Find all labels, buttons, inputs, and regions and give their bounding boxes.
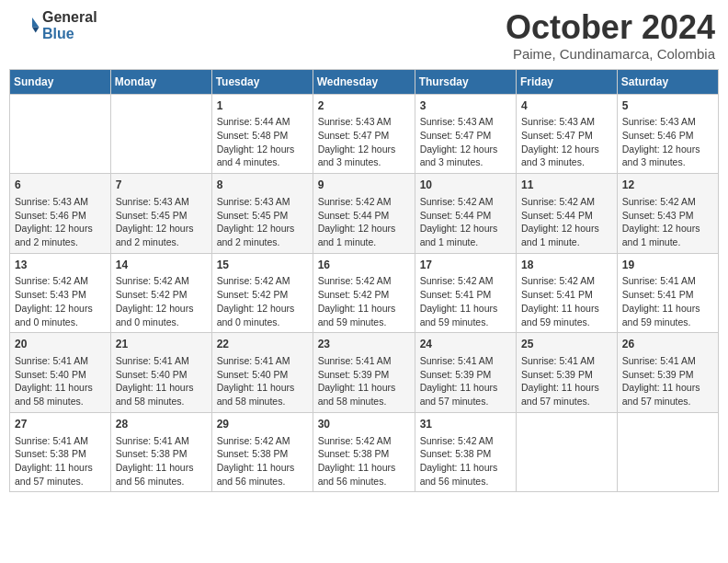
- daylight-text: Daylight: 11 hours and 59 minutes.: [521, 303, 599, 327]
- daylight-text: Daylight: 11 hours and 57 minutes.: [622, 382, 700, 407]
- day-number: 31: [420, 417, 511, 432]
- sunset-text: Sunset: 5:38 PM: [420, 448, 492, 459]
- daylight-text: Daylight: 11 hours and 58 minutes.: [15, 382, 93, 407]
- day-number: 4: [521, 98, 612, 114]
- calendar-cell: 9Sunrise: 5:42 AMSunset: 5:44 PMDaylight…: [313, 174, 415, 254]
- sunrise-text: Sunrise: 5:42 AM: [420, 275, 494, 286]
- sunset-text: Sunset: 5:46 PM: [622, 130, 694, 141]
- sunset-text: Sunset: 5:45 PM: [116, 210, 188, 221]
- calendar-cell: 4Sunrise: 5:43 AMSunset: 5:47 PMDaylight…: [517, 94, 618, 174]
- sunset-text: Sunset: 5:43 PM: [622, 210, 694, 221]
- sunrise-text: Sunrise: 5:43 AM: [217, 196, 290, 207]
- daylight-text: Daylight: 12 hours and 2 minutes.: [217, 223, 295, 247]
- calendar-cell: 14Sunrise: 5:42 AMSunset: 5:42 PMDayligh…: [110, 253, 211, 333]
- sunrise-text: Sunrise: 5:41 AM: [116, 355, 189, 366]
- day-number: 17: [420, 258, 511, 273]
- daylight-text: Daylight: 11 hours and 59 minutes.: [622, 303, 700, 327]
- day-number: 25: [521, 337, 612, 352]
- svg-marker-0: [32, 17, 40, 28]
- sunrise-text: Sunrise: 5:44 AM: [217, 116, 290, 127]
- sunrise-text: Sunrise: 5:42 AM: [116, 275, 189, 286]
- sunrise-text: Sunrise: 5:42 AM: [217, 435, 290, 446]
- daylight-text: Daylight: 12 hours and 3 minutes.: [420, 144, 498, 168]
- calendar-cell: 28Sunrise: 5:41 AMSunset: 5:38 PMDayligh…: [110, 412, 211, 492]
- sunset-text: Sunset: 5:42 PM: [217, 289, 289, 300]
- calendar-cell: 12Sunrise: 5:42 AMSunset: 5:43 PMDayligh…: [617, 174, 718, 254]
- day-number: 18: [521, 258, 612, 273]
- sunset-text: Sunset: 5:43 PM: [15, 289, 86, 300]
- day-number: 11: [521, 178, 612, 193]
- day-number: 21: [116, 337, 207, 352]
- day-number: 2: [318, 98, 410, 114]
- day-number: 7: [116, 178, 207, 193]
- sunset-text: Sunset: 5:39 PM: [521, 369, 593, 380]
- location-subtitle: Paime, Cundinamarca, Colombia: [506, 46, 715, 62]
- logo-blue: Blue: [42, 26, 97, 42]
- sunset-text: Sunset: 5:44 PM: [420, 210, 492, 221]
- calendar-cell: [517, 412, 618, 492]
- sunrise-text: Sunrise: 5:42 AM: [622, 196, 696, 207]
- sunset-text: Sunset: 5:44 PM: [521, 210, 593, 221]
- day-number: 3: [420, 98, 511, 114]
- daylight-text: Daylight: 12 hours and 3 minutes.: [318, 144, 396, 168]
- calendar-cell: 8Sunrise: 5:43 AMSunset: 5:45 PMDaylight…: [211, 174, 313, 254]
- daylight-text: Daylight: 12 hours and 3 minutes.: [521, 144, 599, 168]
- daylight-text: Daylight: 11 hours and 57 minutes.: [15, 462, 93, 487]
- calendar-cell: 19Sunrise: 5:41 AMSunset: 5:41 PMDayligh…: [617, 253, 718, 333]
- calendar-cell: 11Sunrise: 5:42 AMSunset: 5:44 PMDayligh…: [517, 174, 618, 254]
- calendar-cell: 20Sunrise: 5:41 AMSunset: 5:40 PMDayligh…: [10, 333, 111, 413]
- daylight-text: Daylight: 11 hours and 58 minutes.: [217, 382, 295, 407]
- sunset-text: Sunset: 5:47 PM: [521, 130, 593, 141]
- title-block: October 2024 Paime, Cundinamarca, Colomb…: [506, 9, 715, 62]
- day-number: 24: [420, 337, 511, 352]
- calendar-week-row: 13Sunrise: 5:42 AMSunset: 5:43 PMDayligh…: [10, 253, 719, 333]
- sunset-text: Sunset: 5:38 PM: [318, 448, 390, 459]
- day-number: 1: [217, 98, 308, 114]
- day-number: 15: [217, 258, 308, 273]
- calendar-cell: 21Sunrise: 5:41 AMSunset: 5:40 PMDayligh…: [110, 333, 211, 413]
- daylight-text: Daylight: 11 hours and 59 minutes.: [420, 303, 498, 327]
- daylight-text: Daylight: 12 hours and 0 minutes.: [217, 303, 295, 327]
- sunrise-text: Sunrise: 5:42 AM: [15, 275, 88, 286]
- header-saturday: Saturday: [617, 69, 718, 94]
- daylight-text: Daylight: 11 hours and 57 minutes.: [420, 382, 498, 407]
- daylight-text: Daylight: 12 hours and 1 minute.: [622, 223, 700, 247]
- daylight-text: Daylight: 11 hours and 56 minutes.: [420, 462, 498, 487]
- sunrise-text: Sunrise: 5:43 AM: [15, 196, 88, 207]
- sunset-text: Sunset: 5:42 PM: [318, 289, 390, 300]
- sunset-text: Sunset: 5:38 PM: [116, 448, 188, 459]
- calendar-cell: 10Sunrise: 5:42 AMSunset: 5:44 PMDayligh…: [415, 174, 516, 254]
- calendar-cell: 16Sunrise: 5:42 AMSunset: 5:42 PMDayligh…: [313, 253, 415, 333]
- daylight-text: Daylight: 12 hours and 3 minutes.: [622, 144, 700, 168]
- sunrise-text: Sunrise: 5:43 AM: [521, 116, 595, 127]
- sunset-text: Sunset: 5:38 PM: [15, 448, 86, 459]
- calendar-week-row: 1Sunrise: 5:44 AMSunset: 5:48 PMDaylight…: [10, 94, 719, 174]
- sunset-text: Sunset: 5:47 PM: [318, 130, 390, 141]
- day-number: 27: [15, 417, 106, 432]
- day-number: 16: [318, 258, 410, 273]
- sunset-text: Sunset: 5:46 PM: [15, 210, 86, 221]
- calendar-cell: 13Sunrise: 5:42 AMSunset: 5:43 PMDayligh…: [10, 253, 111, 333]
- sunset-text: Sunset: 5:39 PM: [420, 369, 492, 380]
- day-number: 14: [116, 258, 207, 273]
- sunset-text: Sunset: 5:41 PM: [521, 289, 593, 300]
- calendar-week-row: 6Sunrise: 5:43 AMSunset: 5:46 PMDaylight…: [10, 174, 719, 254]
- header-friday: Friday: [517, 69, 618, 94]
- calendar-cell: 30Sunrise: 5:42 AMSunset: 5:38 PMDayligh…: [313, 412, 415, 492]
- sunrise-text: Sunrise: 5:42 AM: [420, 435, 494, 446]
- sunset-text: Sunset: 5:45 PM: [217, 210, 289, 221]
- calendar-cell: [617, 412, 718, 492]
- day-number: 12: [622, 178, 713, 193]
- header-thursday: Thursday: [415, 69, 516, 94]
- day-number: 23: [318, 337, 410, 352]
- day-number: 30: [318, 417, 410, 432]
- day-number: 19: [622, 258, 713, 273]
- sunrise-text: Sunrise: 5:42 AM: [521, 275, 595, 286]
- logo: General Blue: [13, 9, 97, 41]
- calendar-cell: 17Sunrise: 5:42 AMSunset: 5:41 PMDayligh…: [415, 253, 516, 333]
- sunrise-text: Sunrise: 5:42 AM: [318, 196, 392, 207]
- sunset-text: Sunset: 5:39 PM: [622, 369, 694, 380]
- sunset-text: Sunset: 5:40 PM: [15, 369, 86, 380]
- month-title: October 2024: [506, 9, 715, 46]
- sunrise-text: Sunrise: 5:41 AM: [318, 355, 392, 366]
